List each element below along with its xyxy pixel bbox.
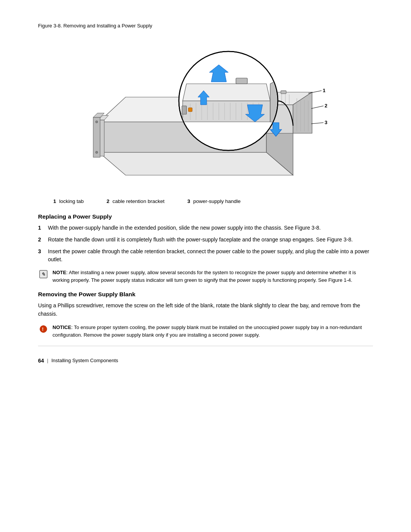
step-text-2: Rotate the handle down until it is compl…: [48, 236, 353, 244]
replacing-section: Replacing a Power Supply 1 With the powe…: [38, 213, 373, 284]
svg-text:✎: ✎: [41, 272, 45, 277]
svg-rect-30: [281, 91, 286, 94]
figure-label-num-2: 2: [107, 198, 110, 204]
note-label: NOTE: [53, 270, 66, 275]
svg-text:1: 1: [323, 88, 325, 93]
note-svg-icon: ✎: [39, 270, 48, 279]
figure-label-1: 1 locking tab: [53, 198, 84, 204]
figure-label-3: 3 power-supply handle: [187, 198, 241, 204]
page: Figure 3-8. Removing and Installing a Po…: [0, 0, 411, 532]
figure-label-num-3: 3: [187, 198, 190, 204]
footer-page-num: 64: [38, 358, 44, 364]
power-supply-diagram: 1 2 3: [68, 34, 342, 190]
notice-text: NOTICE: To ensure proper system cooling,…: [53, 324, 373, 339]
figure-image-area: 1 2 3: [38, 32, 373, 192]
replacing-step-2: 2 Rotate the handle down until it is com…: [38, 236, 373, 244]
svg-marker-38: [183, 84, 270, 101]
svg-rect-42: [182, 106, 186, 114]
svg-text:2: 2: [325, 103, 327, 109]
replacing-steps-list: 1 With the power-supply handle in the ex…: [38, 224, 373, 264]
figure-labels: 1 locking tab 2 cable retention bracket …: [38, 198, 373, 204]
notice-svg-icon: !: [39, 325, 48, 333]
step-text-1: With the power-supply handle in the exte…: [48, 224, 321, 232]
replacing-step-1: 1 With the power-supply handle in the ex…: [38, 224, 373, 232]
svg-text:3: 3: [325, 120, 327, 125]
psu-handle-callout: 3: [311, 120, 327, 125]
footer-separator: |: [47, 358, 48, 363]
removing-blank-body: Using a Phillips screwdriver, remove the…: [38, 302, 373, 318]
svg-marker-0: [99, 152, 293, 175]
step-num-3: 3: [38, 248, 46, 256]
step-text-3: Insert the power cable through the cable…: [48, 248, 373, 264]
svg-line-33: [311, 106, 323, 109]
figure-caption-bold: Figure 3-8.: [38, 23, 62, 29]
figure-label-text-1: locking tab: [59, 198, 84, 204]
footer-divider: [38, 346, 373, 346]
figure-caption-text: Removing and Installing a Power Supply: [62, 23, 152, 29]
note-text: NOTE: After installing a new power suppl…: [53, 269, 373, 284]
figure-label-text-3: power-supply handle: [193, 198, 241, 204]
figure-caption: Figure 3-8. Removing and Installing a Po…: [38, 23, 373, 29]
note-icon: ✎: [38, 269, 49, 280]
svg-text:!: !: [42, 326, 43, 332]
figure-section: Figure 3-8. Removing and Installing a Po…: [38, 23, 373, 204]
footer-title: Installing System Components: [51, 358, 118, 363]
svg-point-8: [96, 121, 98, 123]
figure-label-text-2: cable retention bracket: [113, 198, 165, 204]
svg-rect-41: [236, 78, 247, 84]
svg-line-35: [311, 123, 323, 124]
svg-point-9: [96, 151, 98, 153]
svg-rect-56: [188, 108, 192, 112]
removing-blank-section: Removing the Power Supply Blank Using a …: [38, 291, 373, 339]
step-num-2: 2: [38, 236, 46, 244]
replacing-step-3: 3 Insert the power cable through the cab…: [38, 248, 373, 264]
footer: 64 | Installing System Components: [38, 358, 373, 364]
note-box: ✎ NOTE: After installing a new power sup…: [38, 269, 373, 284]
notice-label: NOTICE: [53, 324, 71, 330]
figure-label-num-1: 1: [53, 198, 56, 204]
replacing-heading: Replacing a Power Supply: [38, 213, 373, 220]
notice-body: To ensure proper system cooling, the pow…: [53, 324, 362, 338]
step-num-1: 1: [38, 224, 46, 232]
removing-blank-heading: Removing the Power Supply Blank: [38, 291, 373, 298]
note-body: After installing a new power supply, all…: [53, 270, 356, 283]
figure-label-2: 2 cable retention bracket: [107, 198, 164, 204]
notice-box: ! NOTICE: To ensure proper system coolin…: [38, 324, 373, 339]
notice-icon: !: [38, 324, 49, 334]
